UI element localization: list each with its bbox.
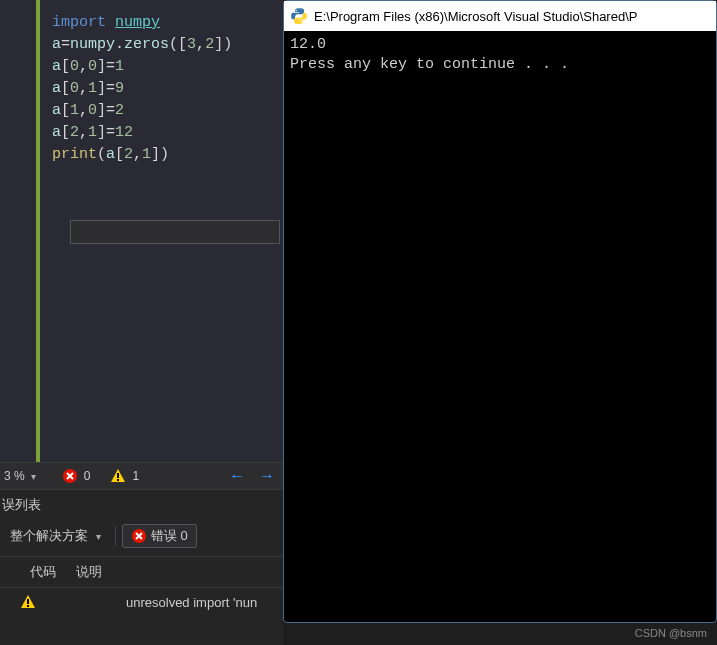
zoom-dropdown-icon[interactable]: ▾ xyxy=(31,471,36,482)
warning-icon xyxy=(20,594,36,610)
status-bar: 3 % ▾ 0 1 ← → xyxy=(0,462,283,490)
error-list-title: 误列表 xyxy=(0,490,283,522)
svg-point-7 xyxy=(301,21,302,22)
error-message: unresolved import 'nun xyxy=(56,595,257,610)
code-editor[interactable]: import numpya=numpy.zeros([3,2])a[0,0]=1… xyxy=(0,0,283,462)
nav-forward-icon[interactable]: → xyxy=(255,467,279,485)
warning-count: 1 xyxy=(132,469,139,483)
python-icon xyxy=(290,7,308,25)
col-code[interactable]: 代码 xyxy=(30,563,56,581)
error-icon[interactable] xyxy=(62,468,78,484)
svg-rect-5 xyxy=(27,605,29,607)
console-window[interactable]: E:\Program Files (x86)\Microsoft Visual … xyxy=(283,0,717,623)
error-list-toolbar: 整个解决方案 ▾ 错误 0 xyxy=(0,522,283,557)
editor-pane: import numpya=numpy.zeros([3,2])a[0,0]=1… xyxy=(0,0,283,645)
col-desc[interactable]: 说明 xyxy=(76,563,102,581)
search-input[interactable] xyxy=(70,220,280,244)
console-output[interactable]: 12.0 Press any key to continue . . . xyxy=(284,31,716,79)
watermark: CSDN @bsnm xyxy=(635,627,707,639)
output-line-2: Press any key to continue . . . xyxy=(290,56,569,73)
error-list-columns: 代码 说明 xyxy=(0,557,283,588)
error-list-row[interactable]: unresolved import 'nun xyxy=(0,588,283,616)
scope-label: 整个解决方案 xyxy=(10,527,88,545)
editor-gutter xyxy=(0,0,40,462)
warning-icon[interactable] xyxy=(110,468,126,484)
output-line-1: 12.0 xyxy=(290,36,326,53)
svg-rect-4 xyxy=(27,599,29,604)
nav-back-icon[interactable]: ← xyxy=(225,467,249,485)
separator xyxy=(115,526,116,546)
svg-rect-2 xyxy=(117,479,119,481)
error-count: 0 xyxy=(84,469,91,483)
error-list-panel: 误列表 整个解决方案 ▾ 错误 0 代码 说明 unresolved impor… xyxy=(0,490,283,645)
console-path: E:\Program Files (x86)\Microsoft Visual … xyxy=(314,9,637,24)
scope-dropdown[interactable]: 整个解决方案 ▾ xyxy=(2,525,109,547)
console-title-bar[interactable]: E:\Program Files (x86)\Microsoft Visual … xyxy=(284,1,716,31)
svg-point-6 xyxy=(296,10,297,11)
zoom-level[interactable]: 3 % xyxy=(4,469,25,483)
error-icon xyxy=(131,528,147,544)
error-filter-button[interactable]: 错误 0 xyxy=(122,524,197,548)
svg-rect-1 xyxy=(117,473,119,478)
error-filter-label: 错误 0 xyxy=(151,527,188,545)
chevron-down-icon: ▾ xyxy=(96,531,101,542)
